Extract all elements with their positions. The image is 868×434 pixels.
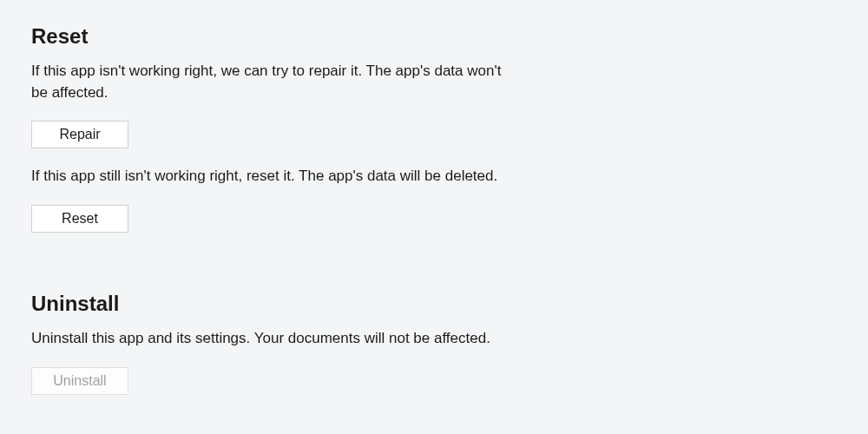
reset-button[interactable]: Reset [31,205,128,233]
uninstall-heading: Uninstall [31,292,837,316]
repair-description: If this app isn't working right, we can … [31,61,517,103]
repair-button[interactable]: Repair [31,121,128,148]
reset-description: If this app still isn't working right, r… [31,166,517,187]
reset-heading: Reset [31,24,837,49]
uninstall-description: Uninstall this app and its settings. You… [31,328,517,350]
uninstall-button: Uninstall [31,367,128,395]
uninstall-section: Uninstall Uninstall this app and its set… [31,292,837,412]
reset-section: Reset If this app isn't working right, w… [31,24,837,250]
